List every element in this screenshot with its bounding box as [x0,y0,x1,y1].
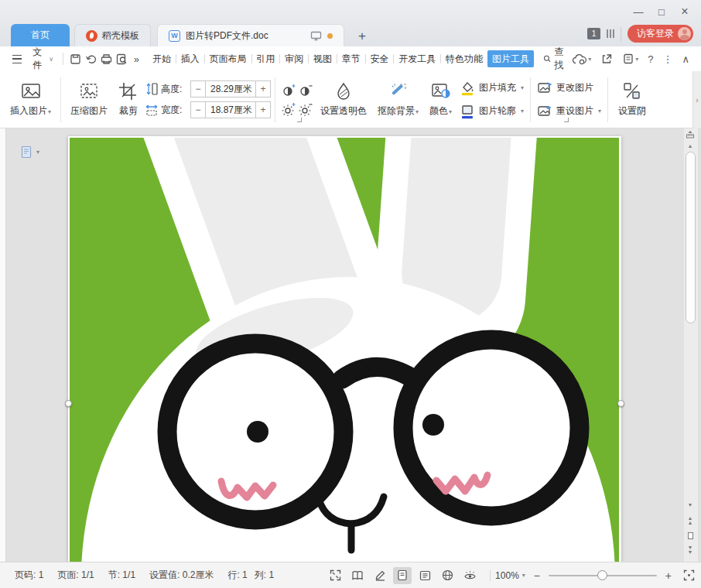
reset-picture-button[interactable]: 重设图片▾ [535,101,604,121]
print-preview-button[interactable] [115,50,130,68]
fit-page-button[interactable] [680,567,699,584]
width-increase-button[interactable]: + [255,102,270,118]
outline-view-button[interactable] [415,567,434,584]
monitor-icon [310,31,322,41]
change-picture-button[interactable]: 更改图片 [535,78,604,98]
window-count-badge[interactable]: 1 [587,28,600,39]
menu-item-section[interactable]: 章节 [337,50,365,67]
picture-fill-button[interactable]: 图片填充▾ [457,78,526,98]
menu-item-picture-tools[interactable]: 图片工具 [487,50,534,67]
print-button[interactable] [99,50,115,68]
rabbit-picture[interactable] [70,138,619,562]
page-view-button[interactable] [393,567,412,584]
document-page[interactable] [68,136,621,562]
status-setting-value[interactable]: 设置值: 0.2厘米 [142,569,221,582]
insert-picture-button[interactable]: 插入图片▾ [5,75,56,125]
height-input[interactable] [206,81,255,97]
ruler-toggle-icon[interactable] [682,128,698,141]
web-view-button[interactable] [438,567,457,584]
tab-list-icon[interactable] [607,29,614,38]
status-page-number[interactable]: 页码: 1 [8,569,50,582]
status-page-count[interactable]: 页面: 1/1 [50,569,101,582]
file-menu-button[interactable]: 文件 ∨ [28,50,58,68]
share-icon [600,53,613,65]
width-decrease-button[interactable]: − [191,102,206,118]
zoom-in-button[interactable]: + [662,569,675,583]
zoom-slider[interactable] [549,575,657,576]
tab-templates[interactable]: 稻壳模板 [74,24,151,46]
hamburger-icon[interactable] [12,55,22,63]
menu-item-insert[interactable]: 插入 [176,50,204,67]
search-button[interactable]: 查找 [543,46,568,72]
scrollbar-thumb[interactable] [686,152,696,323]
increase-brightness-button[interactable] [281,101,296,118]
quick-access-overflow-button[interactable]: » [130,50,143,68]
search-icon [543,53,551,64]
scroll-up-arrow[interactable]: ▲ [682,142,698,150]
height-decrease-button[interactable]: − [191,81,206,97]
collapse-ribbon-button[interactable]: ∧ [678,50,693,68]
edit-mode-button[interactable] [371,567,389,584]
zoom-level-value: 100% [495,570,519,581]
menu-item-view[interactable]: 视图 [309,50,337,67]
eye-protection-button[interactable] [460,567,479,584]
menu-item-page-layout[interactable]: 页面布局 [205,50,251,67]
help-button[interactable]: ? [644,50,657,68]
status-section[interactable]: 节: 1/1 [101,569,142,582]
picture-outline-button[interactable]: 图片轮廓▾ [457,101,526,121]
menu-item-references[interactable]: 引用 [251,50,279,67]
decrease-brightness-button[interactable] [298,101,313,118]
share-button[interactable] [597,50,617,68]
cloud-sync-button[interactable]: ▾ [568,50,595,68]
remove-background-button[interactable]: 抠除背景▾ [372,75,424,125]
height-increase-button[interactable]: + [255,81,270,97]
set-shadow-button[interactable]: 设置阴 [612,75,652,125]
tab-strip: 首页 稻壳模板 W 图片转PDF文件.doc + [11,23,372,46]
crop-button[interactable]: 裁剪 [113,75,144,125]
new-tab-button[interactable]: + [352,26,372,46]
tab-home[interactable]: 首页 [11,24,70,46]
resize-handle-left[interactable] [65,400,72,407]
tab-templates-label: 稻壳模板 [102,29,139,43]
status-column: 列: 1 [255,569,281,582]
zoom-slider-knob[interactable] [597,570,607,580]
select-browse-object-button[interactable] [682,531,698,540]
color-button[interactable]: 颜色▾ [424,75,457,125]
more-menu-button[interactable]: ⋮ [658,50,676,68]
previous-page-button[interactable]: ▲▲ [682,515,698,526]
compress-picture-button[interactable]: 压缩图片 [65,75,113,125]
next-page-button[interactable]: ▼▼ [682,545,698,556]
menu-item-security[interactable]: 安全 [365,50,393,67]
fullscreen-view-button[interactable] [326,567,344,584]
zoom-out-button[interactable]: − [530,569,544,583]
resize-handle-right[interactable] [617,400,624,407]
minimize-button[interactable]: — [627,3,650,20]
menu-item-dev-tools[interactable]: 开发工具 [394,50,440,67]
menu-item-special-features[interactable]: 特色功能 [441,50,487,67]
note-button[interactable]: ▾ [618,50,642,68]
book-view-button[interactable] [348,567,367,584]
decrease-contrast-button[interactable] [298,82,313,99]
zoom-controls: 100% ▾ − + [490,567,699,584]
width-stepper: − + [190,101,271,118]
height-label: 高度: [161,83,187,96]
maximize-button[interactable]: □ [650,3,673,20]
scroll-down-arrow[interactable]: ▼ [682,501,698,509]
vertical-scrollbar[interactable]: ▲ ▼ ▲▲ ▼▼ [682,128,699,562]
status-line: 行: 1 [221,569,254,582]
login-button[interactable]: 访客登录 [627,25,693,43]
menu-item-review[interactable]: 审阅 [280,50,308,67]
set-transparent-color-button[interactable]: 设置透明色 [315,75,372,125]
tab-document[interactable]: W 图片转PDF文件.doc [157,24,344,46]
save-button[interactable] [68,50,84,68]
document-quick-menu[interactable]: ▾ [20,145,39,159]
increase-contrast-button[interactable] [281,82,296,99]
undo-button[interactable] [84,50,99,68]
zoom-level-dropdown[interactable]: 100% ▾ [495,570,525,581]
size-dialog-launcher[interactable] [297,118,302,122]
width-input[interactable] [206,102,255,118]
close-button[interactable]: × [673,3,696,20]
ribbon-scroll-right-button[interactable]: › [692,71,701,128]
menu-item-home[interactable]: 开始 [148,50,176,67]
style-dialog-launcher[interactable] [564,118,569,122]
